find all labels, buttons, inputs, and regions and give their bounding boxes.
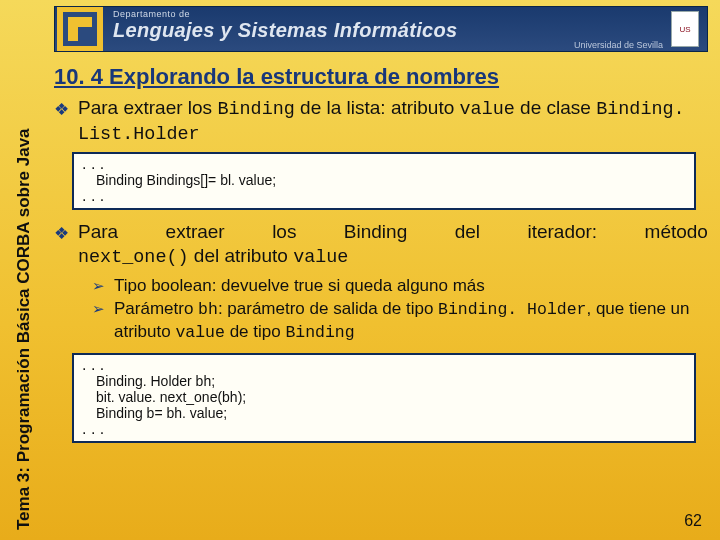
code-line: Binding b= bh. value; [82, 405, 686, 421]
header-title: Lenguajes y Sistemas Informáticos [113, 19, 671, 42]
vertical-topic-label: Tema 3: Programación Básica CORBA sobre … [14, 10, 34, 530]
code-line: bit. value. next_one(bh); [82, 389, 686, 405]
code-ellipsis: . . . [82, 156, 686, 172]
bullet-1-text: Para extraer los Binding de la lista: at… [78, 96, 708, 146]
slide-content: 10. 4 Explorando la estructura de nombre… [54, 60, 708, 530]
slide-header: Departamento de Lenguajes y Sistemas Inf… [54, 6, 708, 52]
section-title: 10. 4 Explorando la estructura de nombre… [54, 64, 708, 90]
code-block-2: . . . Binding. Holder bh; bit. value. ne… [72, 353, 696, 443]
header-department: Departamento de [113, 9, 671, 19]
code-line: Binding. Holder bh; [82, 373, 686, 389]
bullet-2-text: Para extraer los Binding del iterador: m… [78, 220, 708, 269]
sub-bullet-1-text: Tipo boolean: devuelve true si queda alg… [114, 275, 485, 296]
diamond-bullet-icon: ❖ [54, 99, 69, 120]
sub-bullet-1: ➢ Tipo boolean: devuelve true si queda a… [92, 275, 708, 296]
code-block-1: . . . Binding Bindings[]= bl. value; . .… [72, 152, 696, 210]
arrow-bullet-icon: ➢ [92, 300, 105, 319]
code-ellipsis: . . . [82, 188, 686, 204]
dept-logo [57, 7, 103, 51]
header-text: Departamento de Lenguajes y Sistemas Inf… [103, 9, 671, 50]
bullet-1: ❖ Para extraer los Binding de la lista: … [54, 96, 708, 146]
page-number: 62 [684, 512, 702, 530]
sub-bullet-2-text: Parámetro bh: parámetro de salida de tip… [114, 298, 708, 343]
diamond-bullet-icon: ❖ [54, 223, 69, 244]
sub-bullet-2: ➢ Parámetro bh: parámetro de salida de t… [92, 298, 708, 343]
code-ellipsis: . . . [82, 421, 686, 437]
arrow-bullet-icon: ➢ [92, 277, 105, 296]
code-line: Binding Bindings[]= bl. value; [82, 172, 686, 188]
university-crest-icon: US [671, 11, 699, 47]
bullet-2: ❖ Para extraer los Binding del iterador:… [54, 220, 708, 269]
code-ellipsis: . . . [82, 357, 686, 373]
